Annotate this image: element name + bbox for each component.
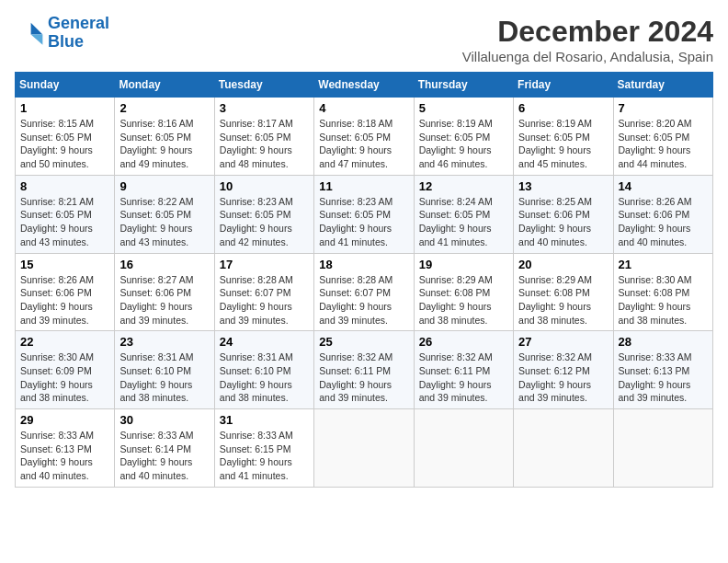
day-number: 7 [619,101,708,115]
day-info: Sunrise: 8:27 AMSunset: 6:06 PMDaylight:… [119,274,193,326]
day-number: 10 [220,179,309,193]
calendar-cell: 18 Sunrise: 8:28 AMSunset: 6:07 PMDaylig… [314,253,414,331]
calendar-cell: 24 Sunrise: 8:31 AMSunset: 6:10 PMDaylig… [214,331,313,409]
calendar-cell: 8 Sunrise: 8:21 AMSunset: 6:05 PMDayligh… [16,175,115,253]
day-number: 20 [518,258,608,271]
weekday-header-thursday: Thursday [414,73,513,98]
day-number: 24 [220,335,309,349]
day-info: Sunrise: 8:30 AMSunset: 6:09 PMDaylight:… [20,351,94,403]
day-number: 9 [119,179,209,193]
weekday-header-monday: Monday [115,73,214,98]
day-info: Sunrise: 8:26 AMSunset: 6:06 PMDaylight:… [20,274,94,326]
day-number: 12 [419,179,508,193]
day-info: Sunrise: 8:20 AMSunset: 6:05 PMDaylight:… [619,118,692,169]
calendar-cell: 13 Sunrise: 8:25 AMSunset: 6:06 PMDaylig… [514,175,613,253]
day-number: 4 [319,101,408,115]
day-number: 29 [20,413,109,427]
calendar-week-4: 22 Sunrise: 8:30 AMSunset: 6:09 PMDaylig… [16,331,713,409]
day-info: Sunrise: 8:18 AMSunset: 6:05 PMDaylight:… [319,118,392,169]
weekday-header-tuesday: Tuesday [214,73,313,98]
weekday-header-sunday: Sunday [16,73,115,98]
day-info: Sunrise: 8:28 AMSunset: 6:07 PMDaylight:… [319,274,392,326]
day-info: Sunrise: 8:19 AMSunset: 6:05 PMDaylight:… [419,118,493,169]
svg-marker-1 [31,34,43,44]
day-number: 18 [319,258,408,271]
day-info: Sunrise: 8:33 AMSunset: 6:13 PMDaylight:… [619,351,692,403]
calendar-cell: 26 Sunrise: 8:32 AMSunset: 6:11 PMDaylig… [414,331,513,409]
day-info: Sunrise: 8:30 AMSunset: 6:08 PMDaylight:… [619,274,692,326]
calendar-cell: 12 Sunrise: 8:24 AMSunset: 6:05 PMDaylig… [414,175,513,253]
calendar-cell: 14 Sunrise: 8:26 AMSunset: 6:06 PMDaylig… [613,175,712,253]
logo-line1: General [48,14,109,32]
day-number: 17 [220,258,309,271]
day-info: Sunrise: 8:31 AMSunset: 6:10 PMDaylight:… [119,351,193,403]
day-number: 28 [619,335,708,349]
calendar-cell: 30 Sunrise: 8:33 AMSunset: 6:14 PMDaylig… [115,409,214,488]
calendar-cell: 1 Sunrise: 8:15 AMSunset: 6:05 PMDayligh… [16,98,115,176]
day-info: Sunrise: 8:15 AMSunset: 6:05 PMDaylight:… [20,118,94,169]
calendar-cell: 25 Sunrise: 8:32 AMSunset: 6:11 PMDaylig… [314,331,414,409]
calendar-cell: 2 Sunrise: 8:16 AMSunset: 6:05 PMDayligh… [115,98,214,176]
calendar-cell: 22 Sunrise: 8:30 AMSunset: 6:09 PMDaylig… [16,331,115,409]
calendar-cell: 31 Sunrise: 8:33 AMSunset: 6:15 PMDaylig… [214,409,313,488]
calendar-cell: 5 Sunrise: 8:19 AMSunset: 6:05 PMDayligh… [414,98,513,176]
day-number: 26 [419,335,508,349]
day-number: 30 [119,413,209,427]
day-number: 22 [20,335,109,349]
day-info: Sunrise: 8:24 AMSunset: 6:05 PMDaylight:… [419,196,493,247]
day-number: 21 [619,258,708,271]
title-block: December 2024 Villaluenga del Rosario, A… [462,15,713,64]
day-info: Sunrise: 8:29 AMSunset: 6:08 PMDaylight:… [518,274,592,326]
logo: General Blue [15,15,109,52]
day-info: Sunrise: 8:17 AMSunset: 6:05 PMDaylight:… [220,118,293,169]
day-number: 1 [20,101,109,115]
calendar-cell: 21 Sunrise: 8:30 AMSunset: 6:08 PMDaylig… [613,253,712,331]
calendar-cell: 23 Sunrise: 8:31 AMSunset: 6:10 PMDaylig… [115,331,214,409]
day-info: Sunrise: 8:32 AMSunset: 6:12 PMDaylight:… [518,351,592,403]
calendar-cell: 3 Sunrise: 8:17 AMSunset: 6:05 PMDayligh… [214,98,313,176]
calendar-week-3: 15 Sunrise: 8:26 AMSunset: 6:06 PMDaylig… [16,253,713,331]
calendar-cell: 16 Sunrise: 8:27 AMSunset: 6:06 PMDaylig… [115,253,214,331]
day-info: Sunrise: 8:33 AMSunset: 6:13 PMDaylight:… [20,430,94,481]
day-number: 3 [220,101,309,115]
svg-marker-0 [31,23,43,35]
calendar-cell: 28 Sunrise: 8:33 AMSunset: 6:13 PMDaylig… [613,331,712,409]
day-number: 6 [518,101,608,115]
calendar-cell [514,409,613,488]
day-number: 8 [20,179,109,193]
calendar-week-1: 1 Sunrise: 8:15 AMSunset: 6:05 PMDayligh… [16,98,713,176]
day-info: Sunrise: 8:21 AMSunset: 6:05 PMDaylight:… [20,196,94,247]
weekday-header-wednesday: Wednesday [314,73,414,98]
day-info: Sunrise: 8:16 AMSunset: 6:05 PMDaylight:… [119,118,193,169]
month-title: December 2024 [462,15,713,49]
day-number: 13 [518,179,608,193]
calendar-cell: 6 Sunrise: 8:19 AMSunset: 6:05 PMDayligh… [514,98,613,176]
logo-text: General Blue [48,15,109,52]
calendar-cell [414,409,513,488]
day-number: 31 [220,413,309,427]
day-number: 27 [518,335,608,349]
day-number: 15 [20,258,109,271]
day-info: Sunrise: 8:32 AMSunset: 6:11 PMDaylight:… [419,351,493,403]
day-info: Sunrise: 8:25 AMSunset: 6:06 PMDaylight:… [518,196,592,247]
calendar-cell: 4 Sunrise: 8:18 AMSunset: 6:05 PMDayligh… [314,98,414,176]
logo-icon [15,18,44,48]
day-number: 16 [119,258,209,271]
day-info: Sunrise: 8:26 AMSunset: 6:06 PMDaylight:… [619,196,692,247]
day-info: Sunrise: 8:28 AMSunset: 6:07 PMDaylight:… [220,274,293,326]
calendar-cell: 20 Sunrise: 8:29 AMSunset: 6:08 PMDaylig… [514,253,613,331]
calendar-cell: 11 Sunrise: 8:23 AMSunset: 6:05 PMDaylig… [314,175,414,253]
day-number: 2 [119,101,209,115]
calendar-cell: 19 Sunrise: 8:29 AMSunset: 6:08 PMDaylig… [414,253,513,331]
day-info: Sunrise: 8:23 AMSunset: 6:05 PMDaylight:… [319,196,392,247]
calendar-cell [314,409,414,488]
calendar-cell [613,409,712,488]
day-number: 5 [419,101,508,115]
day-info: Sunrise: 8:32 AMSunset: 6:11 PMDaylight:… [319,351,392,403]
weekday-header-friday: Friday [514,73,613,98]
calendar-cell: 27 Sunrise: 8:32 AMSunset: 6:12 PMDaylig… [514,331,613,409]
calendar-table: SundayMondayTuesdayWednesdayThursdayFrid… [15,72,713,488]
day-info: Sunrise: 8:31 AMSunset: 6:10 PMDaylight:… [220,351,293,403]
day-info: Sunrise: 8:22 AMSunset: 6:05 PMDaylight:… [119,196,193,247]
calendar-cell: 17 Sunrise: 8:28 AMSunset: 6:07 PMDaylig… [214,253,313,331]
